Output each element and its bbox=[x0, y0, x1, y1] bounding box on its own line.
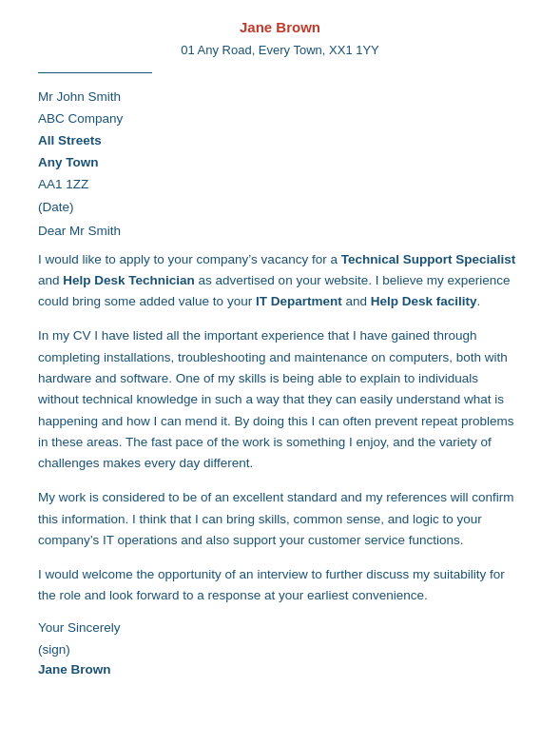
sign-line: (sign) bbox=[38, 642, 522, 657]
paragraph-4: I would welcome the opportunity of an in… bbox=[38, 564, 522, 607]
divider bbox=[38, 72, 152, 73]
paragraph-1: I would like to apply to your company’s … bbox=[38, 249, 522, 313]
recipient-name: Mr John Smith bbox=[38, 87, 522, 108]
header-address: 01 Any Road, Every Town, XX1 1YY bbox=[38, 43, 522, 57]
recipient-town: Any Town bbox=[38, 152, 522, 174]
paragraph-3: My work is considered to be of an excell… bbox=[38, 487, 522, 551]
closing: Your Sincerely bbox=[38, 620, 522, 635]
recipient-block: Mr John Smith ABC Company All Streets An… bbox=[38, 87, 522, 196]
header-name: Jane Brown bbox=[38, 19, 522, 35]
recipient-street: All Streets bbox=[38, 130, 522, 152]
footer-name: Jane Brown bbox=[38, 662, 522, 677]
date-line: (Date) bbox=[38, 200, 522, 214]
paragraph-2: In my CV I have listed all the important… bbox=[38, 325, 522, 474]
salutation: Dear Mr Smith bbox=[38, 224, 522, 238]
recipient-postcode: AA1 1ZZ bbox=[38, 174, 522, 196]
recipient-company: ABC Company bbox=[38, 108, 522, 130]
